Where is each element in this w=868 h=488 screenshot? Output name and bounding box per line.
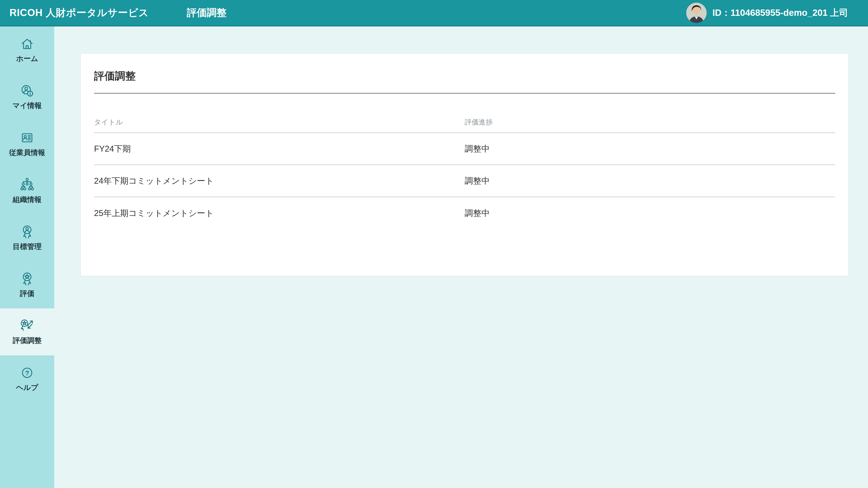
org-chart-icon bbox=[20, 177, 35, 193]
sidebar-item-help[interactable]: ? ヘルプ bbox=[0, 355, 54, 402]
app-root: RICOH 人財ポータルサービス 評価調整 ID：1104685955-demo… bbox=[0, 0, 868, 488]
help-icon: ? bbox=[20, 365, 35, 381]
row-title: 25年上期コミットメントシート bbox=[94, 207, 465, 219]
employee-card-icon bbox=[20, 130, 35, 145]
evaluation-adjust-icon bbox=[20, 318, 35, 333]
sidebar-item-label: 従業員情報 bbox=[9, 148, 45, 158]
sidebar-item-label: ホーム bbox=[16, 54, 38, 64]
row-progress: 調整中 bbox=[465, 143, 835, 155]
panel-title: 評価調整 bbox=[94, 54, 835, 82]
goal-medal-icon bbox=[20, 224, 35, 239]
row-progress: 調整中 bbox=[465, 175, 835, 187]
sidebar-item-label: 目標管理 bbox=[13, 242, 41, 252]
row-progress: 調整中 bbox=[465, 207, 835, 219]
sidebar-item-employee-info[interactable]: 従業員情報 bbox=[0, 121, 54, 167]
user-id-label: ID：1104685955-demo_201 上司 bbox=[712, 6, 848, 19]
user-avatar bbox=[686, 3, 707, 23]
column-header-progress: 評価進捗 bbox=[465, 118, 835, 127]
user-menu[interactable]: ID：1104685955-demo_201 上司 bbox=[686, 3, 848, 23]
row-title: 24年下期コミットメントシート bbox=[94, 175, 465, 187]
column-header-title: タイトル bbox=[94, 118, 465, 127]
sidebar-item-home[interactable]: ホーム bbox=[0, 26, 54, 73]
table-row[interactable]: 25年上期コミットメントシート 調整中 bbox=[94, 197, 835, 229]
sidebar: ホーム マイ情報 bbox=[0, 26, 54, 488]
svg-text:?: ? bbox=[25, 369, 29, 377]
sidebar-item-my-info[interactable]: マイ情報 bbox=[0, 73, 54, 121]
home-icon bbox=[20, 36, 35, 52]
sidebar-item-evaluation-adjustment[interactable]: 評価調整 bbox=[0, 308, 54, 355]
evaluation-medal-icon bbox=[20, 271, 35, 287]
header-page-title: 評価調整 bbox=[187, 6, 226, 20]
table-header-row: タイトル 評価進捗 bbox=[94, 94, 835, 133]
brand-logo: RICOH 人財ポータルサービス bbox=[9, 6, 149, 20]
table-row[interactable]: FY24下期 調整中 bbox=[94, 133, 835, 165]
sidebar-item-label: マイ情報 bbox=[12, 101, 42, 111]
sidebar-item-label: 組織情報 bbox=[13, 195, 41, 205]
sidebar-item-org-info[interactable]: 組織情報 bbox=[0, 167, 54, 215]
main-content: 評価調整 タイトル 評価進捗 FY24下期 調整中 24年下期コミットメントシー… bbox=[54, 26, 868, 488]
table-row[interactable]: 24年下期コミットメントシート 調整中 bbox=[94, 165, 835, 197]
sidebar-item-label: 評価調整 bbox=[13, 336, 41, 346]
evaluation-adjustment-panel: 評価調整 タイトル 評価進捗 FY24下期 調整中 24年下期コミットメントシー… bbox=[81, 54, 848, 275]
sidebar-item-goal-management[interactable]: 目標管理 bbox=[0, 215, 54, 261]
sidebar-item-evaluation[interactable]: 評価 bbox=[0, 261, 54, 308]
row-title: FY24下期 bbox=[94, 143, 465, 155]
my-info-icon bbox=[20, 83, 35, 98]
app-header: RICOH 人財ポータルサービス 評価調整 ID：1104685955-demo… bbox=[0, 0, 868, 26]
sidebar-item-label: 評価 bbox=[20, 289, 34, 299]
sidebar-item-label: ヘルプ bbox=[16, 383, 38, 393]
